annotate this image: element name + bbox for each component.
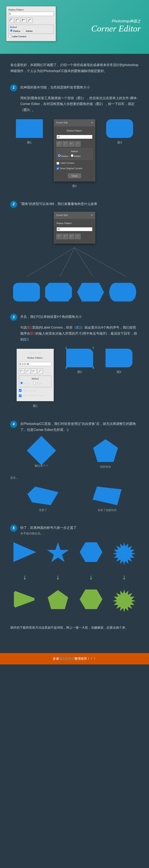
radius-input[interactable] — [8, 12, 54, 16]
step-3-body: 勾选图1里面的Label Corners，矩形（图2）就会显示出4个角的序号，我… — [20, 325, 139, 342]
shape-triangle-rounded — [13, 589, 36, 609]
step-1-title: 此神器的基本功能，当然就是随时改变圆角大小 — [20, 85, 139, 91]
dialog-panel: Corner Edit✕ Radius Pattern: Method Radi… — [54, 119, 95, 181]
step-5-badge: 5 — [10, 525, 17, 531]
corner-type-4-icon[interactable] — [75, 141, 81, 147]
step-1-body: 用矩形/圆角矩形工具随便画一个形状（图1），然后依次点击菜单上的文件-脚本-Co… — [20, 95, 139, 113]
shape-hexagon-rounded — [80, 589, 102, 609]
corner-editor-panel: Radius Pattern: Method Radius Adobe Labe… — [6, 6, 56, 41]
close-icon[interactable]: ✕ — [91, 121, 93, 125]
dialog-panel-2: Corner Edit✕ Radius Pattern: — [54, 212, 95, 244]
shape-triangle — [13, 542, 36, 562]
corner-type-1-icon[interactable] — [8, 18, 14, 23]
dialog-radius-input[interactable] — [57, 135, 92, 139]
shape-rounded — [13, 283, 40, 302]
label-corners-checkbox[interactable] — [8, 35, 11, 38]
corner-type-4-icon[interactable] — [27, 18, 32, 23]
connector-lines — [10, 248, 139, 277]
corner-type-2-icon[interactable] — [15, 18, 20, 23]
step-4-title: 在PhotoshopCC里面，我们对矩形使用过"自由变换"后，就无法再调整它的圆… — [20, 421, 139, 433]
arrow-down-icon: ↓ — [89, 571, 93, 583]
demo-rect — [16, 119, 43, 138]
shape-diamond — [27, 436, 56, 465]
arrow-down-icon: ↓ — [122, 571, 126, 583]
svg-line-2 — [74, 248, 93, 277]
shape-chamfer — [45, 283, 72, 302]
step-5-sub: 杀手级功能在此。。 — [20, 531, 139, 536]
arrow-down-icon: ↓ — [56, 571, 60, 583]
header-subtitle: Photoshop神器之 — [91, 19, 141, 24]
intro-text: 各位童鞋好，本期我们不画图了。介绍一个曾经或者现在或者将来非常流行的photos… — [10, 62, 139, 74]
step-3-badge: 3 — [10, 314, 17, 320]
step-2-title: "圆角"的类型可以有4种，我们来看看每种是什么效果 — [20, 201, 139, 208]
shape-bevel — [77, 283, 104, 302]
shape-burst — [113, 542, 136, 565]
shape-numbered: 1234 — [66, 349, 93, 367]
corner-type-3-icon[interactable] — [69, 141, 74, 147]
corner-type-2-icon[interactable] — [63, 141, 68, 147]
shape-result — [106, 349, 132, 367]
step-4-badge: 4 — [10, 421, 17, 428]
footer-link[interactable]: 颇九街全栏 — [59, 657, 74, 660]
step-5-title: 快了，距离神器的称号只差一步之遥了 — [20, 525, 139, 531]
dialog-panel-3: Corner Edit Radius Pattern: Method Radiu… — [17, 349, 54, 401]
shape-star — [47, 542, 69, 564]
method-fieldset: Method Radius Adobe — [8, 25, 54, 34]
header-title: Corner Editor — [91, 24, 141, 34]
shape-hexagon — [80, 542, 102, 562]
corner-type-3-icon[interactable] — [21, 18, 26, 23]
demo-rounded — [106, 119, 133, 138]
corner-type-1-icon[interactable] — [57, 141, 62, 147]
shape-inset — [109, 283, 136, 302]
svg-line-3 — [74, 248, 126, 277]
radius-radio[interactable]: Radius — [10, 29, 20, 32]
shape-pentagon — [93, 439, 118, 462]
footer-text: 插件的下载和安装方法这里就不提供啦，网上一搜一大把，别嫌麻烦，赶紧去搞个来。 — [10, 625, 139, 630]
corner-type-icons — [8, 18, 54, 23]
step-3-title: 并且，我们可以单独设置4个角的圆角大小 — [20, 314, 139, 320]
shape-distorted-1 — [28, 487, 59, 505]
close-icon[interactable]: ✕ — [91, 213, 93, 217]
arrow-down-icon: ↓ — [23, 571, 27, 583]
footer-bar: 多谢颇九街全栏整理推荐！！！ — [0, 653, 149, 664]
close-button[interactable]: Close — [68, 174, 81, 178]
radius-label: Radius Pattern: — [8, 8, 54, 11]
shape-pentagon-rounded — [47, 589, 69, 610]
shape-distorted-2 — [93, 487, 122, 505]
shape-burst-rounded — [113, 589, 136, 612]
adobe-radio[interactable]: Adobe — [23, 29, 32, 32]
step-1-badge: 1 — [10, 85, 17, 91]
step-2-badge: 2 — [10, 201, 17, 208]
